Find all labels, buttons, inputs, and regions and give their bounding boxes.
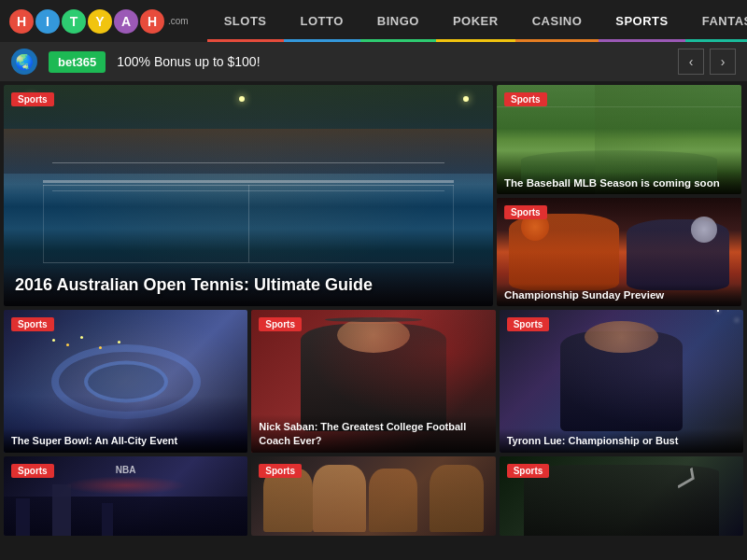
saban-title: Nick Saban: The Greatest College Footbal…	[259, 420, 487, 447]
lue-overlay: Tyronn Lue: Championship or Bust	[500, 428, 743, 453]
promo-next-button[interactable]: ›	[710, 49, 736, 75]
baseball-title: The Baseball MLB Season is coming soon	[504, 177, 734, 189]
main-nav: SLOTS LOTTO BINGO POKER CASINO SPORTS FA…	[207, 0, 747, 42]
nav-sports[interactable]: SPORTS	[599, 0, 684, 42]
saban-sports-badge: Sports	[259, 317, 302, 331]
logo-h: H	[9, 9, 34, 34]
site-header: H I T Y A H .com SLOTS LOTTO BINGO POKER…	[0, 0, 747, 42]
nav-bingo[interactable]: BINGO	[360, 0, 436, 42]
nav-poker[interactable]: POKER	[436, 0, 515, 42]
logo-a: A	[114, 9, 138, 34]
main-content-grid: Sports 2016 Australian Open Tennis: Ulti…	[0, 81, 747, 310]
promo-navigation: ‹ ›	[678, 49, 736, 75]
superbowl-title: The Super Bowl: An All-City Event	[11, 434, 240, 447]
bottom-card-saban[interactable]: Sports Nick Saban: The Greatest College …	[251, 310, 495, 453]
last-cards-grid: NBA Sports Sports Sports	[0, 456, 747, 536]
last-card-allstar[interactable]: NBA Sports	[4, 456, 247, 536]
players-sports-badge: Sports	[259, 464, 302, 478]
last-card-player[interactable]: Sports	[500, 456, 743, 536]
promo-bar: 🌏 bet365 100% Bonus up to $100! ‹ ›	[0, 42, 747, 81]
football-title: Championship Sunday Preview	[504, 289, 734, 301]
football-sports-badge: Sports	[504, 205, 547, 219]
player-sports-badge: Sports	[507, 464, 550, 478]
baseball-sports-badge: Sports	[504, 92, 547, 106]
nav-slots[interactable]: SLOTS	[207, 0, 284, 42]
featured-overlay: 2016 Australian Open Tennis: Ultimate Gu…	[4, 264, 493, 306]
bottom-card-lue[interactable]: Sports Tyronn Lue: Championship or Bust	[500, 310, 743, 453]
bet365-badge[interactable]: bet365	[49, 51, 106, 73]
saban-overlay: Nick Saban: The Greatest College Footbal…	[251, 414, 495, 453]
side-card-baseball[interactable]: Sports The Baseball MLB Season is coming…	[497, 85, 741, 194]
featured-sports-badge: Sports	[11, 92, 54, 106]
logo-h2: H	[140, 9, 164, 34]
side-card-football[interactable]: Sports Championship Sunday Preview	[497, 198, 741, 307]
side-cards-column: Sports The Baseball MLB Season is coming…	[497, 85, 741, 306]
logo-t: T	[62, 9, 86, 34]
logo-i: I	[35, 9, 60, 34]
featured-title: 2016 Australian Open Tennis: Ultimate Gu…	[15, 275, 482, 295]
globe-icon: 🌏	[11, 49, 37, 75]
superbowl-sports-badge: Sports	[11, 317, 54, 331]
last-card-players[interactable]: Sports	[251, 456, 495, 536]
site-logo[interactable]: H I T Y A H .com	[9, 9, 189, 34]
nav-casino[interactable]: CASINO	[515, 0, 599, 42]
lue-title: Tyronn Lue: Championship or Bust	[507, 434, 736, 447]
lue-sports-badge: Sports	[507, 317, 550, 331]
promo-text: 100% Bonus up to $100!	[117, 54, 667, 69]
nav-fantasy[interactable]: FANTASY	[685, 0, 747, 42]
promo-prev-button[interactable]: ‹	[678, 49, 704, 75]
bottom-cards-grid: Sports The Super Bowl: An All-City Event…	[0, 310, 747, 453]
logo-y: Y	[88, 9, 112, 34]
nav-lotto[interactable]: LOTTO	[284, 0, 360, 42]
baseball-overlay: The Baseball MLB Season is coming soon	[497, 172, 741, 194]
bottom-card-superbowl[interactable]: Sports The Super Bowl: An All-City Event	[4, 310, 247, 453]
football-overlay: Championship Sunday Preview	[497, 284, 741, 306]
featured-card[interactable]: Sports 2016 Australian Open Tennis: Ulti…	[4, 85, 493, 306]
logo-suffix: .com	[168, 16, 189, 26]
superbowl-overlay: The Super Bowl: An All-City Event	[4, 428, 247, 453]
allstar-sports-badge: Sports	[11, 464, 54, 478]
